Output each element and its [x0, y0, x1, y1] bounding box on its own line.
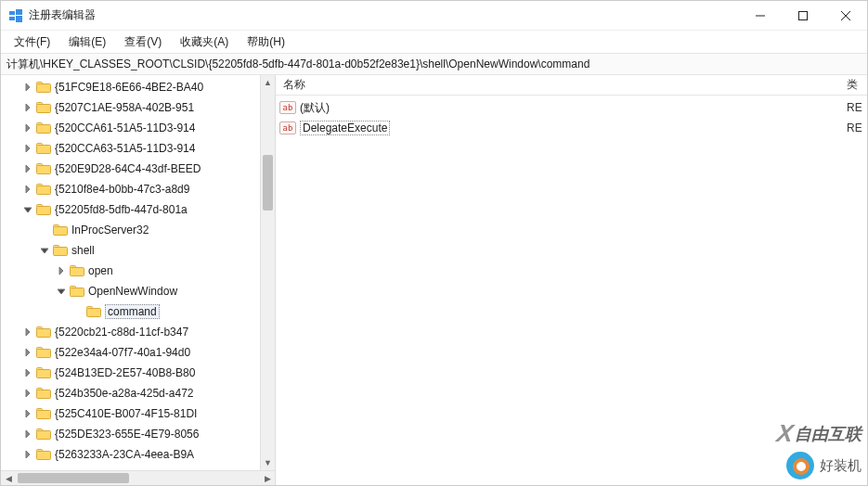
folder-icon [36, 428, 51, 441]
column-type[interactable]: 类 [839, 77, 867, 93]
chevron-right-icon[interactable] [21, 183, 34, 196]
string-value-icon: ab [279, 101, 296, 114]
tree-node-label: {5220cb21-c88d-11cf-b347 [55, 326, 188, 339]
chevron-right-icon[interactable] [55, 264, 68, 277]
tree-node-label: InProcServer32 [71, 224, 149, 237]
tree-node[interactable]: {5207C1AE-958A-402B-951 [1, 97, 260, 118]
tree-node[interactable]: command [1, 301, 260, 322]
value-row[interactable]: ab(默认)RE [276, 97, 867, 118]
scroll-thumb-h[interactable] [18, 473, 129, 483]
tree-view[interactable]: {51FC9E18-6E66-4BE2-BA40{5207C1AE-958A-4… [1, 75, 260, 470]
menu-favorites[interactable]: 收藏夹(A) [173, 32, 236, 52]
svg-rect-31 [87, 309, 101, 317]
tree-node-label: {524B13ED-2E57-40B8-B80 [55, 366, 195, 379]
titlebar: 注册表编辑器 [1, 1, 867, 31]
tree-node[interactable]: {52205fd8-5dfb-447d-801a [1, 199, 260, 220]
scroll-track[interactable] [261, 90, 275, 455]
folder-icon [36, 346, 51, 359]
tree-node[interactable]: {5210f8e4-b0bb-47c3-a8d9 [1, 179, 260, 199]
tree-node-label: shell [71, 244, 95, 257]
chevron-down-icon[interactable] [21, 203, 34, 216]
tree-node[interactable]: open [1, 261, 260, 281]
tree-node[interactable]: {524b350e-a28a-425d-a472 [1, 383, 260, 403]
svg-rect-17 [37, 166, 51, 174]
folder-icon [36, 387, 51, 400]
tree-node[interactable]: {5220cb21-c88d-11cf-b347 [1, 322, 260, 342]
column-name[interactable]: 名称 [276, 77, 839, 93]
chevron-right-icon[interactable] [21, 101, 34, 114]
chevron-right-icon[interactable] [21, 387, 34, 400]
tree-node[interactable]: {5263233A-23CA-4eea-B9A [1, 444, 260, 465]
folder-icon [36, 366, 51, 379]
chevron-right-icon[interactable] [21, 81, 34, 94]
chevron-right-icon[interactable] [21, 407, 34, 420]
expand-spacer [71, 305, 84, 318]
svg-rect-33 [37, 329, 51, 338]
tree-node-label: {524b350e-a28a-425d-a472 [55, 387, 193, 400]
scroll-right-icon[interactable]: ▶ [260, 471, 275, 485]
chevron-right-icon[interactable] [21, 142, 34, 155]
folder-icon [36, 122, 51, 134]
scroll-thumb[interactable] [263, 155, 273, 211]
tree-node[interactable]: InProcServer32 [1, 220, 260, 240]
minimize-button[interactable] [739, 1, 782, 31]
tree-pane: {51FC9E18-6E66-4BE2-BA40{5207C1AE-958A-4… [1, 75, 276, 485]
chevron-down-icon[interactable] [55, 285, 68, 298]
chevron-right-icon[interactable] [21, 448, 34, 461]
svg-rect-2 [9, 17, 15, 20]
app-icon [8, 8, 23, 23]
tree-node[interactable]: {525DE323-655E-4E79-8056 [1, 424, 260, 444]
tree-node[interactable]: {525C410E-B007-4F15-81DI [1, 403, 260, 424]
svg-rect-45 [37, 452, 51, 460]
folder-icon [36, 203, 51, 216]
svg-rect-25 [54, 248, 68, 256]
tree-horizontal-scrollbar[interactable]: ◀ ▶ [1, 470, 275, 485]
svg-rect-1 [16, 9, 22, 15]
menu-edit[interactable]: 编辑(E) [61, 32, 113, 52]
tree-node[interactable]: shell [1, 240, 260, 261]
chevron-right-icon[interactable] [21, 428, 34, 441]
registry-editor-window: 注册表编辑器 文件(F) 编辑(E) 查看(V) 收藏夹(A) 帮助(H) 计算… [0, 0, 868, 486]
tree-node[interactable]: {522e34a4-07f7-40a1-94d0 [1, 342, 260, 363]
tree-node[interactable]: {524B13ED-2E57-40B8-B80 [1, 363, 260, 383]
folder-icon [36, 142, 51, 155]
value-row[interactable]: abDelegateExecuteRE [276, 118, 867, 138]
folder-icon [53, 224, 68, 237]
values-list[interactable]: ab(默认)REabDelegateExecuteRE [276, 96, 867, 485]
tree-vertical-scrollbar[interactable]: ▲ ▼ [260, 75, 275, 470]
chevron-right-icon[interactable] [21, 122, 34, 134]
folder-icon [36, 101, 51, 114]
tree-node[interactable]: OpenNewWindow [1, 281, 260, 301]
tree-node-label: {525C410E-B007-4F15-81DI [55, 407, 197, 420]
chevron-right-icon[interactable] [21, 162, 34, 175]
scroll-left-icon[interactable]: ◀ [1, 471, 16, 485]
tree-node[interactable]: {520CCA61-51A5-11D3-914 [1, 118, 260, 138]
folder-icon [36, 162, 51, 175]
chevron-right-icon[interactable] [21, 326, 34, 339]
tree-node[interactable]: {51FC9E18-6E66-4BE2-BA40 [1, 77, 260, 97]
menu-help[interactable]: 帮助(H) [240, 32, 292, 52]
value-type: RE [839, 122, 867, 134]
tree-node-label: {5263233A-23CA-4eea-B9A [55, 448, 194, 461]
folder-icon [70, 285, 84, 298]
scroll-track-h[interactable] [16, 471, 260, 485]
menu-bar: 文件(F) 编辑(E) 查看(V) 收藏夹(A) 帮助(H) [1, 31, 867, 53]
menu-file[interactable]: 文件(F) [6, 32, 58, 52]
values-header: 名称 类 [276, 75, 867, 96]
tree-node-label: command [105, 304, 160, 319]
svg-rect-9 [37, 84, 51, 93]
maximize-button[interactable] [782, 1, 824, 31]
close-button[interactable] [824, 1, 867, 31]
folder-icon [36, 81, 51, 94]
menu-view[interactable]: 查看(V) [117, 32, 169, 52]
scroll-up-icon[interactable]: ▲ [261, 75, 275, 90]
tree-node[interactable]: {520CCA63-51A5-11D3-914 [1, 138, 260, 159]
chevron-right-icon[interactable] [21, 366, 34, 379]
chevron-down-icon[interactable] [38, 244, 51, 257]
scroll-down-icon[interactable]: ▼ [261, 455, 275, 470]
value-type: RE [839, 101, 867, 114]
string-value-icon: ab [279, 122, 296, 134]
tree-node[interactable]: {520E9D28-64C4-43df-BEED [1, 159, 260, 179]
address-bar[interactable]: 计算机\HKEY_CLASSES_ROOT\CLSID\{52205fd8-5d… [1, 53, 867, 75]
chevron-right-icon[interactable] [21, 346, 34, 359]
